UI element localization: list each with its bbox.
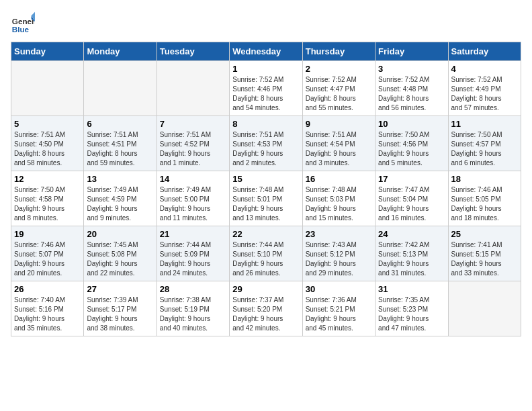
day-number: 2 xyxy=(306,64,372,74)
calendar-cell: 15Sunrise: 7:48 AM Sunset: 5:01 PM Dayli… xyxy=(230,171,302,226)
day-info: Sunrise: 7:51 AM Sunset: 4:54 PM Dayligh… xyxy=(306,130,372,168)
calendar-cell: 19Sunrise: 7:46 AM Sunset: 5:07 PM Dayli… xyxy=(11,226,84,281)
day-number: 4 xyxy=(451,64,518,74)
day-number: 1 xyxy=(232,64,299,74)
calendar-week-row: 26Sunrise: 7:40 AM Sunset: 5:16 PM Dayli… xyxy=(11,281,521,336)
day-info: Sunrise: 7:40 AM Sunset: 5:16 PM Dayligh… xyxy=(14,295,81,333)
day-number: 30 xyxy=(306,284,372,294)
day-info: Sunrise: 7:44 AM Sunset: 5:09 PM Dayligh… xyxy=(160,240,226,278)
day-number: 26 xyxy=(14,284,81,294)
day-number: 5 xyxy=(14,119,81,129)
day-number: 24 xyxy=(378,229,445,239)
day-info: Sunrise: 7:50 AM Sunset: 4:57 PM Dayligh… xyxy=(451,130,518,168)
day-info: Sunrise: 7:48 AM Sunset: 5:03 PM Dayligh… xyxy=(306,185,372,223)
calendar-table: SundayMondayTuesdayWednesdayThursdayFrid… xyxy=(11,42,521,336)
day-info: Sunrise: 7:42 AM Sunset: 5:13 PM Dayligh… xyxy=(378,240,445,278)
day-number: 25 xyxy=(451,229,518,239)
day-info: Sunrise: 7:36 AM Sunset: 5:21 PM Dayligh… xyxy=(306,295,372,333)
calendar-cell: 7Sunrise: 7:51 AM Sunset: 4:52 PM Daylig… xyxy=(157,116,229,171)
calendar-cell: 29Sunrise: 7:37 AM Sunset: 5:20 PM Dayli… xyxy=(230,281,302,336)
calendar-cell: 11Sunrise: 7:50 AM Sunset: 4:57 PM Dayli… xyxy=(448,116,521,171)
day-number: 28 xyxy=(160,284,226,294)
calendar-cell: 28Sunrise: 7:38 AM Sunset: 5:19 PM Dayli… xyxy=(157,281,229,336)
calendar-cell: 16Sunrise: 7:48 AM Sunset: 5:03 PM Dayli… xyxy=(302,171,375,226)
day-info: Sunrise: 7:35 AM Sunset: 5:23 PM Dayligh… xyxy=(378,295,445,333)
calendar-cell: 23Sunrise: 7:43 AM Sunset: 5:12 PM Dayli… xyxy=(302,226,375,281)
day-number: 10 xyxy=(378,119,445,129)
day-number: 17 xyxy=(378,174,445,184)
page-header: General Blue xyxy=(11,11,521,35)
calendar-cell: 18Sunrise: 7:46 AM Sunset: 5:05 PM Dayli… xyxy=(448,171,521,226)
calendar-cell: 3Sunrise: 7:52 AM Sunset: 4:48 PM Daylig… xyxy=(375,61,448,116)
calendar-week-row: 1Sunrise: 7:52 AM Sunset: 4:46 PM Daylig… xyxy=(11,61,521,116)
day-info: Sunrise: 7:51 AM Sunset: 4:53 PM Dayligh… xyxy=(232,130,299,168)
day-info: Sunrise: 7:52 AM Sunset: 4:49 PM Dayligh… xyxy=(451,75,518,113)
calendar-week-row: 5Sunrise: 7:51 AM Sunset: 4:50 PM Daylig… xyxy=(11,116,521,171)
day-number: 23 xyxy=(306,229,372,239)
day-info: Sunrise: 7:44 AM Sunset: 5:10 PM Dayligh… xyxy=(232,240,299,278)
day-info: Sunrise: 7:45 AM Sunset: 5:08 PM Dayligh… xyxy=(87,240,153,278)
weekday-header-saturday: Saturday xyxy=(448,42,521,61)
logo-icon: General Blue xyxy=(11,11,35,35)
day-number: 11 xyxy=(451,119,518,129)
calendar-cell: 20Sunrise: 7:45 AM Sunset: 5:08 PM Dayli… xyxy=(84,226,157,281)
weekday-header-monday: Monday xyxy=(84,42,157,61)
day-info: Sunrise: 7:51 AM Sunset: 4:51 PM Dayligh… xyxy=(87,130,153,168)
day-info: Sunrise: 7:47 AM Sunset: 5:04 PM Dayligh… xyxy=(378,185,445,223)
day-number: 3 xyxy=(378,64,445,74)
calendar-cell: 24Sunrise: 7:42 AM Sunset: 5:13 PM Dayli… xyxy=(375,226,448,281)
day-info: Sunrise: 7:41 AM Sunset: 5:15 PM Dayligh… xyxy=(451,240,518,278)
calendar-cell: 22Sunrise: 7:44 AM Sunset: 5:10 PM Dayli… xyxy=(230,226,302,281)
calendar-cell: 21Sunrise: 7:44 AM Sunset: 5:09 PM Dayli… xyxy=(157,226,229,281)
day-info: Sunrise: 7:51 AM Sunset: 4:50 PM Dayligh… xyxy=(14,130,81,168)
calendar-week-row: 19Sunrise: 7:46 AM Sunset: 5:07 PM Dayli… xyxy=(11,226,521,281)
weekday-header-friday: Friday xyxy=(375,42,448,61)
day-number: 21 xyxy=(160,229,226,239)
calendar-cell: 17Sunrise: 7:47 AM Sunset: 5:04 PM Dayli… xyxy=(375,171,448,226)
day-number: 8 xyxy=(232,119,299,129)
calendar-cell xyxy=(157,61,229,116)
calendar-cell: 4Sunrise: 7:52 AM Sunset: 4:49 PM Daylig… xyxy=(448,61,521,116)
calendar-week-row: 12Sunrise: 7:50 AM Sunset: 4:58 PM Dayli… xyxy=(11,171,521,226)
day-info: Sunrise: 7:51 AM Sunset: 4:52 PM Dayligh… xyxy=(160,130,226,168)
day-number: 29 xyxy=(232,284,299,294)
day-info: Sunrise: 7:52 AM Sunset: 4:48 PM Dayligh… xyxy=(378,75,445,113)
day-info: Sunrise: 7:48 AM Sunset: 5:01 PM Dayligh… xyxy=(232,185,299,223)
day-number: 18 xyxy=(451,174,518,184)
day-number: 13 xyxy=(87,174,153,184)
day-info: Sunrise: 7:50 AM Sunset: 4:58 PM Dayligh… xyxy=(14,185,81,223)
day-number: 9 xyxy=(306,119,372,129)
day-info: Sunrise: 7:46 AM Sunset: 5:05 PM Dayligh… xyxy=(451,185,518,223)
weekday-header-thursday: Thursday xyxy=(302,42,375,61)
weekday-header-tuesday: Tuesday xyxy=(157,42,229,61)
calendar-cell: 14Sunrise: 7:49 AM Sunset: 5:00 PM Dayli… xyxy=(157,171,229,226)
day-number: 12 xyxy=(14,174,81,184)
weekday-header-wednesday: Wednesday xyxy=(230,42,302,61)
calendar-cell: 12Sunrise: 7:50 AM Sunset: 4:58 PM Dayli… xyxy=(11,171,84,226)
logo: General Blue xyxy=(11,11,35,35)
calendar-cell: 25Sunrise: 7:41 AM Sunset: 5:15 PM Dayli… xyxy=(448,226,521,281)
calendar-cell: 2Sunrise: 7:52 AM Sunset: 4:47 PM Daylig… xyxy=(302,61,375,116)
day-info: Sunrise: 7:46 AM Sunset: 5:07 PM Dayligh… xyxy=(14,240,81,278)
calendar-cell: 10Sunrise: 7:50 AM Sunset: 4:56 PM Dayli… xyxy=(375,116,448,171)
day-number: 14 xyxy=(160,174,226,184)
day-info: Sunrise: 7:43 AM Sunset: 5:12 PM Dayligh… xyxy=(306,240,372,278)
day-info: Sunrise: 7:50 AM Sunset: 4:56 PM Dayligh… xyxy=(378,130,445,168)
day-number: 20 xyxy=(87,229,153,239)
day-number: 7 xyxy=(160,119,226,129)
calendar-cell: 9Sunrise: 7:51 AM Sunset: 4:54 PM Daylig… xyxy=(302,116,375,171)
calendar-cell: 27Sunrise: 7:39 AM Sunset: 5:17 PM Dayli… xyxy=(84,281,157,336)
weekday-header-row: SundayMondayTuesdayWednesdayThursdayFrid… xyxy=(11,42,521,61)
day-info: Sunrise: 7:37 AM Sunset: 5:20 PM Dayligh… xyxy=(232,295,299,333)
calendar-cell xyxy=(448,281,521,336)
day-number: 31 xyxy=(378,284,445,294)
calendar-cell: 1Sunrise: 7:52 AM Sunset: 4:46 PM Daylig… xyxy=(230,61,302,116)
calendar-cell: 6Sunrise: 7:51 AM Sunset: 4:51 PM Daylig… xyxy=(84,116,157,171)
day-number: 6 xyxy=(87,119,153,129)
calendar-cell: 30Sunrise: 7:36 AM Sunset: 5:21 PM Dayli… xyxy=(302,281,375,336)
calendar-cell: 31Sunrise: 7:35 AM Sunset: 5:23 PM Dayli… xyxy=(375,281,448,336)
calendar-cell xyxy=(11,61,84,116)
day-info: Sunrise: 7:39 AM Sunset: 5:17 PM Dayligh… xyxy=(87,295,153,333)
day-number: 15 xyxy=(232,174,299,184)
weekday-header-sunday: Sunday xyxy=(11,42,84,61)
